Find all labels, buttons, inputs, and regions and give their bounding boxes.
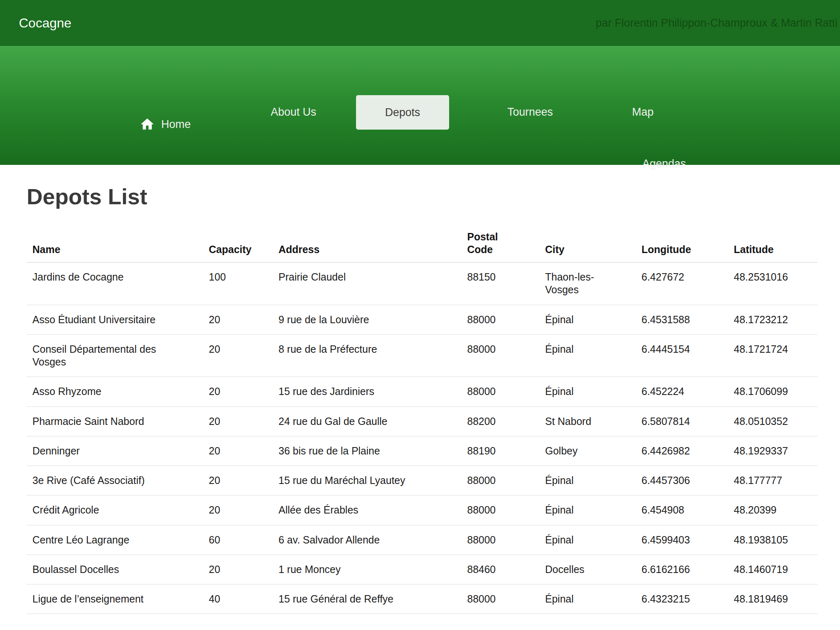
table-cell: Docelles: [539, 555, 636, 584]
table-cell: 3e Rive (Café Associatif): [27, 466, 203, 495]
table-cell: Jardins de Cocagne: [27, 262, 203, 305]
table-cell: 48.1938105: [728, 525, 817, 555]
table-row: Denninger2036 bis rue de la Plaine88190G…: [27, 436, 817, 466]
table-cell: 20: [203, 305, 273, 334]
column-header-address: Address: [273, 226, 461, 262]
column-header-capacity: Capacity: [203, 226, 273, 262]
table-cell: 88190: [461, 436, 539, 466]
table-cell: Denninger: [27, 436, 203, 466]
table-cell: Épinal: [539, 377, 636, 406]
main-nav: Home About Us Depots Tournees Map Agenda…: [0, 46, 840, 165]
table-cell: 88200: [461, 406, 539, 436]
table-row: Boulassel Docelles201 rue Moncey88460Doc…: [27, 555, 817, 584]
column-header-city: City: [539, 226, 636, 262]
table-cell: 6.452224: [636, 377, 728, 406]
table-row: Ligue de l’enseignement4015 rue Général …: [27, 584, 817, 614]
table-cell: Asso Rhyzome: [27, 377, 203, 406]
table-cell: 48.1706099: [728, 377, 817, 406]
nav-item-home[interactable]: Home: [139, 116, 191, 132]
table-cell: St Nabord: [539, 406, 636, 436]
table-cell: 24 rue du Gal de Gaulle: [273, 406, 461, 436]
brand[interactable]: Cocagne: [19, 16, 71, 31]
table-cell: 88150: [461, 262, 539, 305]
table-cell: Épinal: [539, 334, 636, 377]
table-cell: 8 rue de la Préfecture: [273, 334, 461, 377]
table-cell: 6.4445154: [636, 334, 728, 377]
table-row: Crédit Agricole20Allée des Érables88000É…: [27, 495, 817, 525]
table-cell: 48.1929337: [728, 436, 817, 466]
table-cell: Golbey: [539, 436, 636, 466]
topbar: Cocagne par Florentin Philippon-Champrou…: [0, 0, 840, 46]
nav-item-map[interactable]: Map: [632, 106, 654, 119]
nav-item-about-us[interactable]: About Us: [271, 106, 316, 119]
table-cell: 88000: [461, 305, 539, 334]
table-cell: 20: [203, 377, 273, 406]
table-cell: Boulassel Docelles: [27, 555, 203, 584]
table-cell: 6.4531588: [636, 305, 728, 334]
table-cell: 36 bis rue de la Plaine: [273, 436, 461, 466]
table-cell: Conseil Départemental des Vosges: [27, 334, 203, 377]
column-header-name: Name: [27, 226, 203, 262]
table-row: Jardins de Cocagne100Prairie Claudel8815…: [27, 262, 817, 305]
table-cell: 88000: [461, 466, 539, 495]
main-content: Depots List Name Capacity Address Postal…: [0, 165, 840, 614]
table-cell: 6.4599403: [636, 525, 728, 555]
table-cell: 6.5807814: [636, 406, 728, 436]
table-cell: 15 rue Général de Reffye: [273, 584, 461, 614]
nav-item-agendas[interactable]: Agendas: [642, 158, 686, 170]
table-cell: 6.4323215: [636, 584, 728, 614]
table-cell: 48.2531016: [728, 262, 817, 305]
table-cell: 60: [203, 525, 273, 555]
header: Cocagne par Florentin Philippon-Champrou…: [0, 0, 840, 165]
column-header-longitude: Longitude: [636, 226, 728, 262]
table-cell: Asso Étudiant Universitaire: [27, 305, 203, 334]
table-cell: 20: [203, 436, 273, 466]
nav-item-depots[interactable]: Depots: [356, 95, 449, 130]
table-cell: 6.454908: [636, 495, 728, 525]
table-cell: 20: [203, 495, 273, 525]
table-cell: Centre Léo Lagrange: [27, 525, 203, 555]
table-row: 3e Rive (Café Associatif)2015 rue du Mar…: [27, 466, 817, 495]
table-cell: Crédit Agricole: [27, 495, 203, 525]
table-cell: 6.6162166: [636, 555, 728, 584]
table-cell: 20: [203, 334, 273, 377]
table-cell: Épinal: [539, 305, 636, 334]
table-cell: Thaon-les-Vosges: [539, 262, 636, 305]
nav-item-tournees[interactable]: Tournees: [507, 106, 553, 119]
table-cell: 88460: [461, 555, 539, 584]
table-cell: 48.1721724: [728, 334, 817, 377]
table-cell: 6.4426982: [636, 436, 728, 466]
table-cell: 15 rue du Maréchal Lyautey: [273, 466, 461, 495]
table-cell: Épinal: [539, 525, 636, 555]
table-cell: 48.177777: [728, 466, 817, 495]
table-cell: 9 rue de la Louvière: [273, 305, 461, 334]
table-cell: 6.4457306: [636, 466, 728, 495]
table-cell: 100: [203, 262, 273, 305]
table-cell: Épinal: [539, 466, 636, 495]
page-title: Depots List: [27, 184, 817, 209]
table-cell: Épinal: [539, 495, 636, 525]
table-cell: 6 av. Salvador Allende: [273, 525, 461, 555]
column-header-latitude: Latitude: [728, 226, 817, 262]
depots-table: Name Capacity Address Postal Code City L…: [27, 226, 817, 614]
table-cell: 88000: [461, 377, 539, 406]
table-cell: Ligue de l’enseignement: [27, 584, 203, 614]
table-row: Conseil Départemental des Vosges208 rue …: [27, 334, 817, 377]
table-cell: Prairie Claudel: [273, 262, 461, 305]
home-icon: [139, 116, 155, 132]
table-cell: 48.1723212: [728, 305, 817, 334]
table-cell: 88000: [461, 495, 539, 525]
byline: par Florentin Philippon-Champroux & Mart…: [596, 17, 838, 30]
table-cell: 40: [203, 584, 273, 614]
table-cell: Allée des Érables: [273, 495, 461, 525]
table-cell: 48.1819469: [728, 584, 817, 614]
table-cell: 15 rue des Jardiniers: [273, 377, 461, 406]
table-cell: 20: [203, 555, 273, 584]
column-header-postal-code: Postal Code: [461, 226, 539, 262]
table-cell: 1 rue Moncey: [273, 555, 461, 584]
table-row: Centre Léo Lagrange606 av. Salvador Alle…: [27, 525, 817, 555]
table-cell: 20: [203, 466, 273, 495]
table-cell: Épinal: [539, 584, 636, 614]
table-cell: 88000: [461, 584, 539, 614]
table-row: Asso Étudiant Universitaire209 rue de la…: [27, 305, 817, 334]
